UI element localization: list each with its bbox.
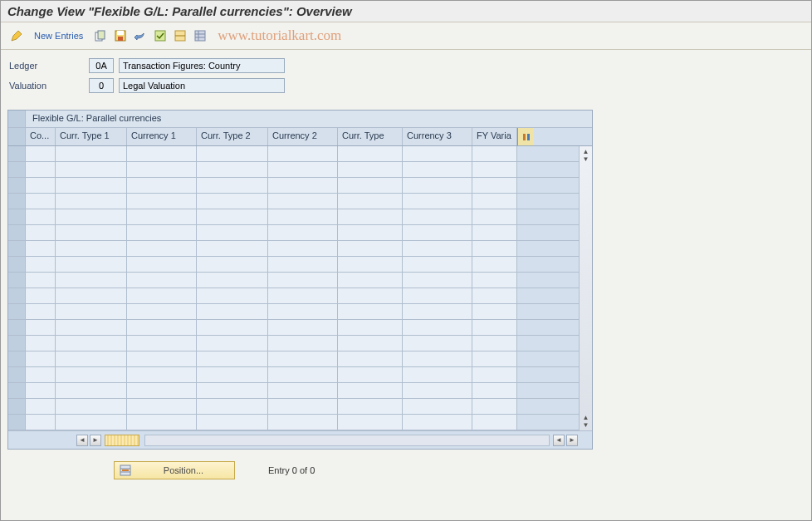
table-cell[interactable] bbox=[268, 351, 338, 366]
table-cell[interactable] bbox=[403, 351, 472, 366]
table-cell[interactable] bbox=[403, 257, 472, 272]
table-cell[interactable] bbox=[56, 257, 127, 272]
ledger-code-field[interactable] bbox=[89, 58, 114, 73]
table-cell[interactable] bbox=[403, 367, 472, 382]
scroll-right-icon[interactable]: ► bbox=[566, 435, 578, 446]
row-selector[interactable] bbox=[8, 178, 26, 193]
table-cell[interactable] bbox=[472, 209, 517, 224]
table-cell[interactable] bbox=[26, 146, 56, 161]
table-cell[interactable] bbox=[56, 162, 127, 177]
table-cell[interactable] bbox=[197, 399, 268, 414]
table-cell[interactable] bbox=[197, 241, 268, 256]
table-cell[interactable] bbox=[56, 336, 127, 351]
table-cell[interactable] bbox=[472, 162, 517, 177]
table-cell[interactable] bbox=[26, 415, 56, 430]
row-selector[interactable] bbox=[8, 399, 26, 414]
table-cell[interactable] bbox=[338, 194, 403, 209]
table-cell[interactable] bbox=[26, 178, 56, 193]
row-selector[interactable] bbox=[8, 336, 26, 351]
table-cell[interactable] bbox=[403, 241, 472, 256]
table-cell[interactable] bbox=[127, 178, 197, 193]
row-selector[interactable] bbox=[8, 257, 26, 272]
save-icon[interactable] bbox=[113, 28, 128, 43]
table-cell[interactable] bbox=[268, 415, 338, 430]
table-cell[interactable] bbox=[127, 351, 197, 366]
row-selector[interactable] bbox=[8, 209, 26, 224]
table-cell[interactable] bbox=[338, 162, 403, 177]
table-config-icon[interactable] bbox=[517, 128, 534, 145]
table-cell[interactable] bbox=[403, 415, 472, 430]
table-cell[interactable] bbox=[197, 383, 268, 398]
col-header-co[interactable]: Co... bbox=[26, 128, 56, 145]
table-cell[interactable] bbox=[268, 320, 338, 335]
table-cell[interactable] bbox=[56, 178, 127, 193]
table-cell[interactable] bbox=[268, 304, 338, 319]
row-selector[interactable] bbox=[8, 288, 26, 303]
select-all-icon[interactable] bbox=[153, 28, 168, 43]
table-cell[interactable] bbox=[472, 383, 517, 398]
table-cell[interactable] bbox=[26, 320, 56, 335]
table-cell[interactable] bbox=[338, 288, 403, 303]
table-cell[interactable] bbox=[268, 399, 338, 414]
table-cell[interactable] bbox=[197, 225, 268, 240]
table-cell[interactable] bbox=[403, 194, 472, 209]
row-selector[interactable] bbox=[8, 367, 26, 382]
table-cell[interactable] bbox=[56, 288, 127, 303]
table-settings-icon[interactable] bbox=[193, 28, 208, 43]
table-cell[interactable] bbox=[26, 194, 56, 209]
row-selector[interactable] bbox=[8, 351, 26, 366]
row-selector-header[interactable] bbox=[8, 128, 26, 145]
table-cell[interactable] bbox=[338, 146, 403, 161]
scroll-down-mid-icon[interactable]: ▼ bbox=[583, 155, 589, 163]
scroll-thumb[interactable] bbox=[105, 435, 139, 446]
table-cell[interactable] bbox=[472, 351, 517, 366]
table-cell[interactable] bbox=[268, 273, 338, 288]
table-cell[interactable] bbox=[127, 320, 197, 335]
table-cell[interactable] bbox=[472, 241, 517, 256]
table-cell[interactable] bbox=[56, 146, 127, 161]
col-header-currtype[interactable]: Curr. Type bbox=[338, 128, 403, 145]
table-cell[interactable] bbox=[403, 336, 472, 351]
row-selector[interactable] bbox=[8, 273, 26, 288]
row-selector[interactable] bbox=[8, 146, 26, 161]
table-cell[interactable] bbox=[127, 146, 197, 161]
table-cell[interactable] bbox=[472, 304, 517, 319]
table-cell[interactable] bbox=[56, 209, 127, 224]
table-cell[interactable] bbox=[268, 383, 338, 398]
table-cell[interactable] bbox=[403, 209, 472, 224]
table-cell[interactable] bbox=[197, 304, 268, 319]
valuation-code-field[interactable] bbox=[89, 78, 114, 93]
table-cell[interactable] bbox=[403, 399, 472, 414]
table-cell[interactable] bbox=[403, 146, 472, 161]
valuation-desc-field[interactable] bbox=[119, 78, 285, 93]
row-selector[interactable] bbox=[8, 415, 26, 430]
table-cell[interactable] bbox=[472, 288, 517, 303]
table-cell[interactable] bbox=[472, 194, 517, 209]
scroll-left-icon[interactable]: ◄ bbox=[76, 435, 88, 446]
table-cell[interactable] bbox=[26, 257, 56, 272]
table-cell[interactable] bbox=[56, 367, 127, 382]
panel-corner[interactable] bbox=[8, 111, 26, 127]
table-cell[interactable] bbox=[338, 336, 403, 351]
table-cell[interactable] bbox=[472, 415, 517, 430]
row-selector[interactable] bbox=[8, 383, 26, 398]
table-cell[interactable] bbox=[472, 257, 517, 272]
undo-icon[interactable] bbox=[133, 28, 148, 43]
table-cell[interactable] bbox=[403, 162, 472, 177]
table-cell[interactable] bbox=[403, 383, 472, 398]
table-cell[interactable] bbox=[268, 367, 338, 382]
vertical-scrollbar[interactable]: ▲ ▼ ▲ ▼ bbox=[579, 146, 592, 430]
table-cell[interactable] bbox=[403, 304, 472, 319]
table-cell[interactable] bbox=[338, 273, 403, 288]
table-cell[interactable] bbox=[26, 209, 56, 224]
table-cell[interactable] bbox=[56, 383, 127, 398]
table-cell[interactable] bbox=[127, 304, 197, 319]
table-cell[interactable] bbox=[26, 304, 56, 319]
table-cell[interactable] bbox=[197, 178, 268, 193]
table-cell[interactable] bbox=[338, 304, 403, 319]
row-selector[interactable] bbox=[8, 225, 26, 240]
table-cell[interactable] bbox=[197, 162, 268, 177]
table-cell[interactable] bbox=[127, 194, 197, 209]
table-cell[interactable] bbox=[268, 225, 338, 240]
table-cell[interactable] bbox=[26, 288, 56, 303]
